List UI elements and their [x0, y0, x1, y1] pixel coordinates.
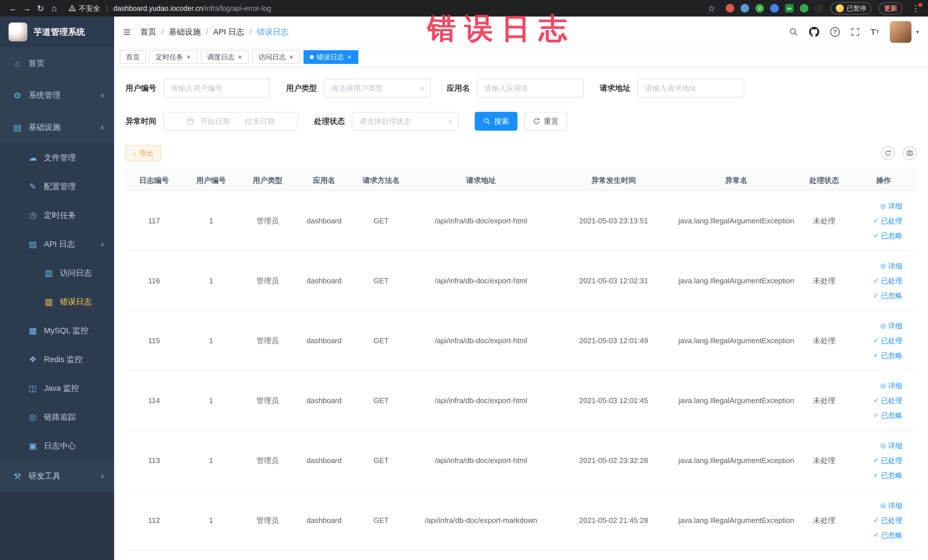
extension-blue-icon[interactable]: [740, 4, 749, 12]
extension-pin-icon[interactable]: [815, 4, 823, 12]
sidebar-item-label: 链路追踪: [44, 412, 76, 423]
sidebar-item-dev-tools[interactable]: ⚒研发工具∨: [0, 460, 114, 492]
action-label: 已忽略: [881, 468, 902, 483]
security-chip[interactable]: 不安全: [69, 4, 100, 13]
action-详细[interactable]: ◎详细: [851, 318, 902, 333]
sidebar-item-error-log[interactable]: ▥错误日志: [0, 287, 114, 316]
filter-row-2: 异常时间 开始日期 - 结束日期 处理状态 请选择处理状态 ∨: [125, 112, 917, 131]
tab-访问日志[interactable]: 访问日志×: [252, 50, 300, 64]
user-avatar[interactable]: [890, 21, 911, 43]
fullscreen-icon[interactable]: [851, 27, 860, 37]
column-settings-button[interactable]: [903, 146, 917, 160]
action-已处理[interactable]: ✓已处理: [851, 393, 902, 408]
hamburger-icon[interactable]: ≡: [123, 26, 131, 38]
action-已处理[interactable]: ✓已处理: [851, 453, 902, 468]
extension-on-icon[interactable]: on: [785, 4, 794, 12]
action-详细[interactable]: ◎详细: [851, 498, 902, 513]
cell-status: 未处理: [798, 430, 851, 490]
app-name-input[interactable]: [477, 79, 584, 98]
action-label: 已忽略: [881, 408, 902, 423]
help-icon[interactable]: ?: [830, 27, 840, 37]
action-已忽略[interactable]: ✓已忽略: [851, 348, 902, 363]
action-已忽略[interactable]: ✓已忽略: [851, 468, 902, 483]
request-url-input[interactable]: [637, 79, 744, 98]
cell-time: 2021-05-02 23:32:28: [552, 430, 675, 490]
action-label: 已处理: [881, 273, 902, 288]
page-url[interactable]: dashboard.yudao.iocoder.cn/infra/log/api…: [113, 4, 271, 12]
sidebar-item-home[interactable]: ⌂首页: [0, 47, 114, 79]
close-icon[interactable]: ×: [237, 53, 243, 61]
sidebar-logo[interactable]: 芋道管理系统: [0, 17, 114, 47]
sidebar-item-api-log[interactable]: ▤API 日志∧: [0, 230, 114, 258]
paused-badge[interactable]: 已暂停: [831, 2, 872, 15]
filter-user-id: 用户编号: [125, 79, 270, 98]
action-已处理[interactable]: ✓已处理: [851, 273, 902, 288]
sidebar-item-log-center[interactable]: ▣日志中心: [0, 431, 114, 460]
sidebar-item-scheduled-job[interactable]: ◷定时任务: [0, 201, 114, 230]
tab-定时任务[interactable]: 定时任务×: [150, 50, 197, 64]
user-id-input[interactable]: [163, 79, 270, 98]
user-type-select[interactable]: 请选择用户类型 ∨: [324, 79, 431, 98]
reset-button[interactable]: 重置: [524, 112, 567, 131]
action-已处理[interactable]: ✓已处理: [851, 333, 902, 348]
action-详细[interactable]: ◎详细: [851, 258, 902, 273]
close-icon[interactable]: ×: [186, 53, 191, 61]
action-详细[interactable]: ◎详细: [851, 438, 902, 453]
update-label: 更新: [884, 4, 897, 13]
action-已忽略[interactable]: ✓已忽略: [851, 528, 902, 543]
sidebar-item-config-management[interactable]: ✎配置管理: [0, 172, 114, 201]
column-header: 日志编号: [125, 170, 183, 191]
extension-grid-icon[interactable]: [770, 4, 779, 12]
sidebar-item-system-management[interactable]: ⚙系统管理∨: [0, 79, 114, 111]
breadcrumb-item[interactable]: 基础设施: [169, 26, 200, 37]
breadcrumb-item[interactable]: 首页: [140, 26, 156, 37]
reload-icon[interactable]: ↻: [34, 2, 47, 15]
action-已忽略[interactable]: ✓已忽略: [851, 288, 902, 303]
top-navbar: ≡ 首页/基础设施/API 日志/错误日志 ? TT ▾: [114, 17, 928, 47]
font-size-icon[interactable]: TT: [871, 27, 879, 37]
sidebar-item-java-monitor[interactable]: ◫Java 监控: [0, 374, 114, 403]
search-button[interactable]: 搜索: [475, 112, 517, 131]
check-icon: ✓: [873, 528, 879, 543]
tab-调度日志[interactable]: 调度日志×: [201, 50, 249, 64]
close-icon[interactable]: ×: [347, 53, 352, 61]
back-icon[interactable]: ←: [6, 2, 20, 15]
export-button[interactable]: ↓ 导出: [125, 145, 161, 162]
filter-label: 用户编号: [125, 83, 156, 93]
action-详细[interactable]: ◎详细: [851, 198, 902, 214]
sidebar-item-redis-monitor[interactable]: ❖Redis 监控: [0, 345, 114, 374]
sidebar-item-trace[interactable]: ◎链路追踪: [0, 403, 114, 431]
tab-错误日志[interactable]: 错误日志×: [304, 50, 358, 64]
bookmark-star-icon[interactable]: ☆: [705, 2, 718, 15]
refresh-table-button[interactable]: [881, 146, 895, 160]
action-已忽略[interactable]: ✓已忽略: [851, 228, 902, 243]
sidebar-item-infrastructure[interactable]: ▤基础设施∧: [0, 111, 114, 143]
extension-green-v-icon[interactable]: V: [756, 4, 764, 12]
home-icon[interactable]: ⌂: [47, 2, 61, 15]
address-bar[interactable]: 不安全 | dashboard.yudao.iocoder.cn/infra/l…: [69, 4, 705, 13]
action-已处理[interactable]: ✓已处理: [851, 214, 902, 228]
browser-menu-icon[interactable]: ⋮: [910, 3, 922, 14]
update-button[interactable]: 更新: [879, 2, 902, 15]
process-status-select[interactable]: 请选择处理状态 ∨: [352, 112, 459, 131]
filter-row-1: 用户编号 用户类型 请选择用户类型 ∨ 应用名 请求地址: [125, 79, 917, 98]
action-详细[interactable]: ◎详细: [851, 378, 902, 393]
breadcrumb-item[interactable]: API 日志: [213, 26, 244, 37]
search-icon[interactable]: [789, 27, 798, 37]
extension-leaf-icon[interactable]: [800, 4, 809, 12]
close-icon[interactable]: ×: [289, 53, 294, 61]
action-已忽略[interactable]: ✓已忽略: [851, 408, 902, 423]
chevron-down-icon[interactable]: ▾: [916, 29, 919, 35]
date-range-picker[interactable]: 开始日期 - 结束日期: [163, 112, 298, 131]
cell-app: dashboard: [296, 430, 353, 490]
github-icon[interactable]: [809, 27, 819, 37]
tab-首页[interactable]: 首页: [120, 50, 146, 64]
action-已处理[interactable]: ✓已处理: [851, 513, 902, 528]
table-row: 1171管理员dashboardGET/api/infra/db-doc/exp…: [125, 191, 917, 251]
cell-actions: ◎详细✓已处理✓已忽略: [851, 490, 917, 550]
sidebar-item-access-log[interactable]: ▥访问日志: [0, 258, 114, 287]
extension-red-icon[interactable]: [726, 4, 734, 12]
sidebar-item-file-management[interactable]: ☁文件管理: [0, 143, 114, 172]
forward-icon[interactable]: →: [20, 2, 34, 15]
sidebar-item-mysql-monitor[interactable]: ▦MySQL 监控: [0, 316, 114, 345]
